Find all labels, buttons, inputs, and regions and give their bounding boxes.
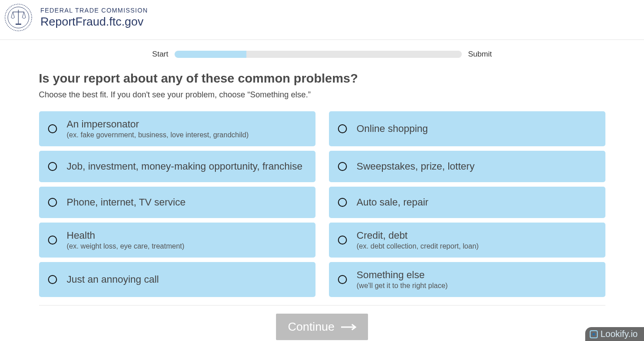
question-heading: Is your report about any of these common…	[39, 71, 605, 86]
radio-icon	[338, 124, 347, 133]
lookify-badge[interactable]: Lookify.io	[585, 327, 644, 341]
option-label: An impersonator	[67, 118, 249, 130]
option-label: Health	[67, 230, 184, 241]
option-something-else[interactable]: Something else (we'll get it to the righ…	[329, 262, 605, 297]
option-label: Job, investment, money-making opportunit…	[67, 161, 302, 172]
option-health[interactable]: Health (ex. weight loss, eye care, treat…	[39, 223, 315, 258]
option-sub: (ex. debt collection, credit report, loa…	[357, 242, 479, 250]
radio-icon	[338, 236, 347, 245]
progress-start-label: Start	[152, 50, 168, 59]
arrow-right-icon	[341, 320, 356, 334]
option-label: Online shopping	[357, 123, 428, 135]
progress-bar	[175, 51, 462, 58]
option-credit-debt[interactable]: Credit, debt (ex. debt collection, credi…	[329, 223, 605, 258]
option-sweepstakes[interactable]: Sweepstakes, prize, lottery	[329, 151, 605, 182]
svg-rect-4	[16, 24, 21, 25]
agency-name: FEDERAL TRADE COMMISSION	[40, 7, 148, 14]
radio-icon	[48, 275, 57, 284]
option-label: Something else	[357, 269, 448, 281]
option-job-investment[interactable]: Job, investment, money-making opportunit…	[39, 151, 315, 182]
progress-submit-label: Submit	[468, 50, 492, 59]
option-label: Auto sale, repair	[357, 197, 429, 208]
radio-icon	[48, 162, 57, 171]
option-online-shopping[interactable]: Online shopping	[329, 111, 605, 146]
option-phone-internet-tv[interactable]: Phone, internet, TV service	[39, 187, 315, 218]
radio-icon	[48, 124, 57, 133]
site-name: ReportFraud.ftc.gov	[40, 15, 148, 29]
option-label: Phone, internet, TV service	[67, 197, 186, 208]
progress-indicator: Start Submit	[0, 50, 644, 59]
radio-icon	[338, 162, 347, 171]
progress-fill	[175, 51, 246, 58]
option-annoying-call[interactable]: Just an annoying call	[39, 262, 315, 297]
continue-label: Continue	[288, 320, 334, 334]
instruction-text: Choose the best fit. If you don't see yo…	[39, 90, 605, 100]
option-label: Just an annoying call	[67, 274, 159, 285]
lookify-text: Lookify.io	[600, 329, 638, 339]
option-sub: (ex. weight loss, eye care, treatment)	[67, 242, 184, 250]
ftc-seal-icon	[4, 4, 32, 31]
divider	[39, 305, 605, 306]
radio-icon	[338, 275, 347, 284]
continue-button[interactable]: Continue	[276, 314, 368, 340]
option-auto-sale-repair[interactable]: Auto sale, repair	[329, 187, 605, 218]
lookify-icon	[590, 330, 598, 338]
radio-icon	[338, 198, 347, 207]
site-header: FEDERAL TRADE COMMISSION ReportFraud.ftc…	[0, 0, 644, 40]
option-sub: (we'll get it to the right place)	[357, 282, 448, 290]
option-impersonator[interactable]: An impersonator (ex. fake government, bu…	[39, 111, 315, 146]
option-label: Credit, debt	[357, 230, 479, 241]
main-content: Is your report about any of these common…	[33, 71, 612, 341]
option-sub: (ex. fake government, business, love int…	[67, 131, 249, 139]
option-label: Sweepstakes, prize, lottery	[357, 161, 475, 172]
radio-icon	[48, 198, 57, 207]
radio-icon	[48, 236, 57, 245]
options-grid: An impersonator (ex. fake government, bu…	[39, 111, 605, 297]
